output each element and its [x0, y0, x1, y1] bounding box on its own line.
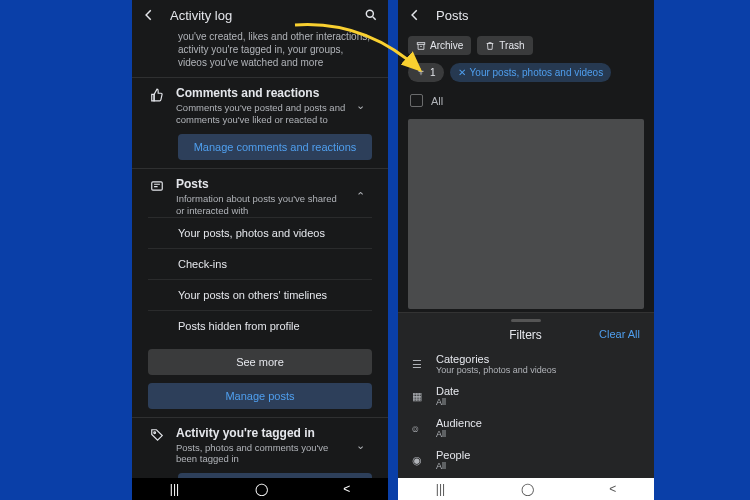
- posts-subitem[interactable]: Check-ins: [148, 248, 372, 279]
- manage-comments-button[interactable]: Manage comments and reactions: [178, 134, 372, 160]
- section-title: Comments and reactions: [176, 86, 346, 100]
- back-icon[interactable]: [408, 8, 422, 22]
- app-bar: Activity log: [132, 0, 388, 30]
- page-title: Posts: [436, 8, 644, 23]
- posts-subitem[interactable]: Your posts, photos and videos: [148, 217, 372, 248]
- calendar-icon: ▦: [412, 390, 426, 403]
- checkbox[interactable]: [410, 94, 423, 107]
- search-icon[interactable]: [364, 8, 378, 22]
- section-subtitle: Comments you've posted and posts and com…: [176, 102, 346, 126]
- chevron-down-icon[interactable]: ⌄: [356, 99, 372, 112]
- back-nav-icon[interactable]: <: [609, 482, 616, 496]
- section-subtitle: Information about posts you've shared or…: [176, 193, 346, 217]
- android-navbar: ||| ◯ <: [132, 478, 388, 500]
- section-comments: Comments and reactions Comments you've p…: [132, 77, 388, 168]
- home-icon[interactable]: ◯: [255, 482, 268, 496]
- filter-row-categories[interactable]: ☰ Categories Your posts, photos and vide…: [398, 348, 654, 380]
- archive-button[interactable]: Archive: [408, 36, 471, 55]
- posts-subitem[interactable]: Posts hidden from profile: [148, 310, 372, 341]
- section-title: Posts: [176, 177, 346, 191]
- back-nav-icon[interactable]: <: [343, 482, 350, 496]
- see-more-button[interactable]: See more: [148, 349, 372, 375]
- filter-row-audience[interactable]: ⌾ Audience All: [398, 412, 654, 444]
- people-icon: ⌾: [412, 422, 426, 434]
- chevron-up-icon[interactable]: ⌃: [356, 190, 372, 203]
- section-subtitle: Posts, photos and comments you've been t…: [176, 442, 346, 466]
- svg-rect-3: [417, 42, 425, 44]
- active-filter-pill[interactable]: ✕ Your posts, photos and videos: [450, 63, 612, 82]
- posts-subitem[interactable]: Your posts on others' timelines: [148, 279, 372, 310]
- select-all-row[interactable]: All: [398, 90, 654, 115]
- activity-log-screen: Activity log you've created, likes and o…: [132, 0, 388, 500]
- list-icon: ☰: [412, 358, 426, 371]
- thumbs-up-icon: [148, 86, 166, 102]
- page-title: Activity log: [170, 8, 350, 23]
- app-bar: Posts: [398, 0, 654, 30]
- close-icon[interactable]: ✕: [458, 67, 466, 78]
- section-posts: Posts Information about posts you've sha…: [132, 168, 388, 417]
- filter-count-pill[interactable]: 1: [408, 63, 444, 82]
- section-title: Activity you're tagged in: [176, 426, 346, 440]
- home-icon[interactable]: ◯: [521, 482, 534, 496]
- posts-screen: Posts Archive Trash 1 ✕ Your posts, phot…: [398, 0, 654, 500]
- svg-point-0: [366, 10, 373, 17]
- recents-icon[interactable]: |||: [170, 482, 179, 496]
- manage-posts-button[interactable]: Manage posts: [148, 383, 372, 409]
- tag-icon: [148, 426, 166, 442]
- svg-point-2: [154, 431, 156, 433]
- filter-row-date[interactable]: ▦ Date All: [398, 380, 654, 412]
- person-icon: ◉: [412, 454, 426, 467]
- filter-row: 1 ✕ Your posts, photos and videos: [398, 61, 654, 90]
- back-icon[interactable]: [142, 8, 156, 22]
- posts-icon: [148, 177, 166, 193]
- intro-text: you've created, likes and other interact…: [132, 30, 388, 77]
- chevron-down-icon[interactable]: ⌄: [356, 439, 372, 452]
- clear-all-button[interactable]: Clear All: [599, 328, 640, 342]
- filter-row-people[interactable]: ◉ People All: [398, 444, 654, 476]
- sheet-title: Filters: [452, 328, 599, 342]
- android-navbar: ||| ◯ <: [398, 478, 654, 500]
- recents-icon[interactable]: |||: [436, 482, 445, 496]
- trash-button[interactable]: Trash: [477, 36, 532, 55]
- post-thumbnail[interactable]: [408, 119, 644, 309]
- drag-handle[interactable]: [511, 319, 541, 322]
- filters-sheet: Filters Clear All ☰ Categories Your post…: [398, 312, 654, 478]
- action-chips: Archive Trash: [398, 30, 654, 61]
